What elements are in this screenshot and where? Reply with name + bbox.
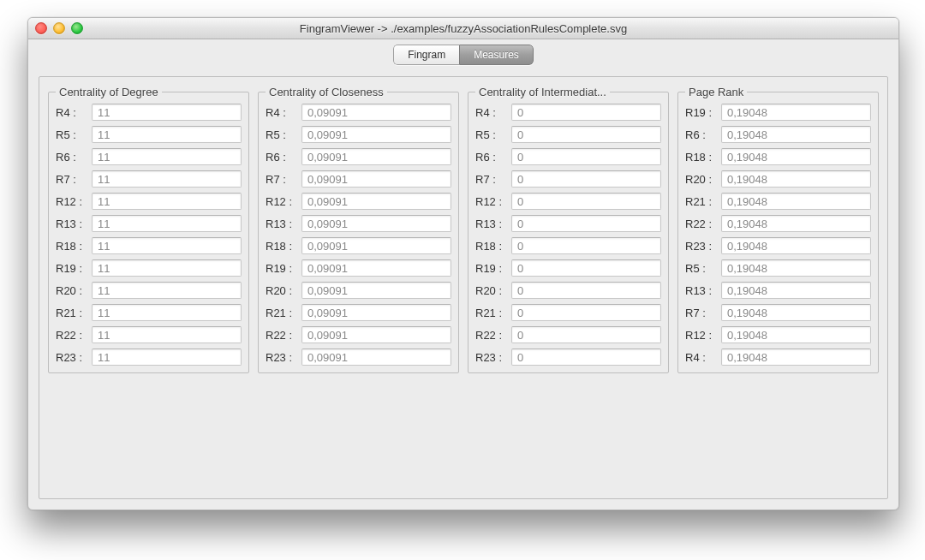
measure-value[interactable]: [301, 170, 451, 188]
measure-row: R4 :: [56, 104, 242, 121]
measure-value[interactable]: [721, 282, 871, 299]
measure-value[interactable]: [301, 282, 451, 299]
measure-value[interactable]: [721, 148, 871, 165]
measure-label: R22 :: [685, 217, 718, 230]
measure-label: R20 :: [475, 284, 508, 297]
zoom-icon[interactable]: [71, 22, 83, 34]
measure-value[interactable]: [92, 349, 242, 366]
measure-value[interactable]: [511, 104, 661, 121]
measure-value[interactable]: [511, 193, 661, 210]
measure-row: R23 :: [475, 349, 661, 366]
measure-row: R20 :: [475, 282, 661, 299]
measure-value[interactable]: [721, 349, 871, 366]
measure-value[interactable]: [511, 304, 661, 321]
measure-row: R18 :: [475, 237, 661, 254]
measure-value[interactable]: [511, 326, 661, 343]
measure-row: R19 :: [56, 259, 242, 277]
measure-label: R6 :: [685, 128, 718, 141]
measure-value[interactable]: [721, 326, 871, 343]
measure-row: R6 :: [266, 148, 451, 165]
measure-value[interactable]: [511, 259, 661, 277]
measure-row: R21 :: [475, 304, 661, 321]
measure-value[interactable]: [301, 237, 451, 254]
measure-value[interactable]: [301, 104, 451, 121]
measure-value[interactable]: [511, 126, 661, 143]
measure-label: R18 :: [685, 151, 718, 164]
group-closeness: Centrality of ClosenessR4 :R5 :R6 :R7 :R…: [258, 86, 459, 373]
minimize-icon[interactable]: [53, 22, 65, 34]
measure-row: R13 :: [266, 215, 451, 232]
measure-value[interactable]: [92, 126, 242, 143]
measure-label: R7 :: [56, 173, 88, 186]
measure-label: R18 :: [56, 240, 88, 253]
close-icon[interactable]: [35, 22, 47, 34]
measure-value[interactable]: [92, 282, 242, 299]
measure-row: R4 :: [475, 104, 661, 121]
titlebar: FingramViewer -> ./examples/fuzzyAssocia…: [28, 18, 898, 39]
measure-value[interactable]: [721, 126, 871, 143]
measure-label: R21 :: [56, 307, 88, 319]
window-controls: [35, 22, 83, 34]
measure-label: R18 :: [266, 240, 298, 253]
group-title: Centrality of Closeness: [266, 86, 387, 98]
measure-value[interactable]: [92, 237, 242, 254]
measure-label: R12 :: [475, 195, 508, 208]
measure-value[interactable]: [92, 193, 242, 210]
measure-value[interactable]: [511, 148, 661, 165]
measure-value[interactable]: [721, 193, 871, 210]
measure-label: R4 :: [475, 106, 508, 119]
measure-value[interactable]: [92, 148, 242, 165]
measure-value[interactable]: [511, 282, 661, 299]
measure-value[interactable]: [511, 237, 661, 254]
measure-label: R19 :: [266, 262, 298, 275]
measure-label: R7 :: [685, 307, 718, 319]
tab-measures[interactable]: Measures: [459, 45, 534, 65]
measure-value[interactable]: [301, 126, 451, 143]
measure-value[interactable]: [721, 237, 871, 254]
measure-value[interactable]: [511, 349, 661, 366]
window-title: FingramViewer -> ./examples/fuzzyAssocia…: [28, 22, 898, 35]
tab-fingram[interactable]: Fingram: [393, 45, 459, 65]
measure-value[interactable]: [92, 326, 242, 343]
measure-value[interactable]: [301, 349, 451, 366]
measure-value[interactable]: [301, 148, 451, 165]
measure-value[interactable]: [92, 170, 242, 188]
measure-value[interactable]: [301, 259, 451, 277]
measure-label: R23 :: [56, 351, 88, 364]
measure-value[interactable]: [511, 170, 661, 188]
measure-value[interactable]: [721, 215, 871, 232]
measure-value[interactable]: [92, 215, 242, 232]
measure-row: R6 :: [56, 148, 242, 165]
measure-label: R13 :: [266, 217, 298, 230]
measure-value[interactable]: [721, 259, 871, 277]
measure-label: R23 :: [475, 351, 508, 364]
measure-label: R13 :: [685, 284, 718, 297]
measure-row: R7 :: [56, 170, 242, 188]
measure-value[interactable]: [301, 304, 451, 321]
measure-value[interactable]: [301, 193, 451, 210]
measure-label: R18 :: [475, 240, 508, 253]
measure-value[interactable]: [721, 304, 871, 321]
measure-row: R4 :: [685, 349, 871, 366]
measure-label: R5 :: [56, 128, 88, 141]
measure-row: R7 :: [475, 170, 661, 188]
measure-row: R18 :: [685, 148, 871, 165]
measure-value[interactable]: [92, 304, 242, 321]
measure-label: R5 :: [685, 262, 718, 275]
measure-value[interactable]: [301, 215, 451, 232]
measure-label: R5 :: [475, 128, 508, 141]
group-intermediation: Centrality of Intermediat...R4 :R5 :R6 :…: [468, 86, 669, 373]
group-title: Centrality of Intermediat...: [475, 86, 610, 98]
measure-row: R12 :: [56, 193, 242, 210]
measure-value[interactable]: [721, 104, 871, 121]
measure-value[interactable]: [92, 104, 242, 121]
measure-row: R22 :: [266, 326, 451, 343]
measure-value[interactable]: [92, 259, 242, 277]
measure-row: R19 :: [475, 259, 661, 277]
measure-label: R4 :: [266, 106, 298, 119]
measure-value[interactable]: [511, 215, 661, 232]
measure-row: R12 :: [266, 193, 451, 210]
measure-value[interactable]: [301, 326, 451, 343]
measure-value[interactable]: [721, 170, 871, 188]
measure-row: R7 :: [266, 170, 451, 188]
